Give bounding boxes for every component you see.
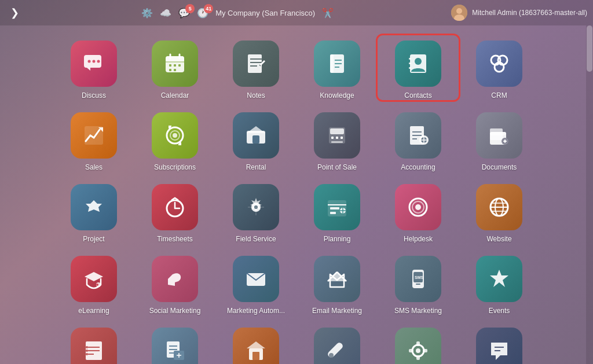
svg-text:SMS: SMS [415, 275, 424, 280]
svg-rect-60 [490, 128, 503, 140]
app-label-sales: Sales [85, 163, 103, 171]
app-item-livechat[interactable]: Live Chat [462, 324, 537, 364]
app-grid: DiscussCalendarNotesKnowledgeContactsCRM… [56, 37, 537, 364]
app-item-fieldservice[interactable]: Field Service [218, 181, 294, 247]
chat-badge: 5 [185, 4, 195, 13]
app-icon-marketingauto [233, 256, 279, 302]
app-icon-discuss [71, 41, 117, 87]
header-left: ❯ [6, 4, 24, 21]
app-icon-socialmarketing [152, 256, 198, 302]
app-item-rental[interactable]: Rental [218, 109, 294, 175]
app-icon-accounting [395, 112, 441, 159]
app-item-documents[interactable]: Documents [462, 109, 537, 175]
app-icon-maintenance [314, 328, 360, 364]
app-icon-website [476, 184, 522, 230]
app-item-subscriptions[interactable]: Subscriptions [137, 109, 213, 175]
app-icon-livechat [476, 328, 522, 364]
app-label-calendar: Calendar [161, 91, 189, 100]
app-icon-timesheets [152, 184, 198, 230]
app-item-notes[interactable]: Notes [218, 37, 294, 103]
chat-icon[interactable]: 💬 5 [178, 8, 190, 19]
app-icon-pos [314, 112, 360, 159]
app-item-timesheets[interactable]: Timesheets [137, 181, 213, 247]
app-item-emailmarketing[interactable]: Email Marketing [299, 252, 375, 318]
svg-point-40 [173, 133, 177, 138]
svg-rect-15 [174, 69, 176, 71]
app-item-sales[interactable]: Sales [56, 109, 131, 175]
svg-rect-32 [409, 67, 411, 69]
bug-icon[interactable]: ⚙️ [141, 8, 153, 19]
nav-toggle-button[interactable]: ❯ [6, 4, 24, 21]
svg-rect-31 [409, 62, 411, 64]
app-icon-events [476, 256, 522, 302]
app-item-project[interactable]: Project [56, 181, 131, 247]
app-item-maintenance[interactable]: Maintenance [299, 324, 375, 364]
svg-rect-45 [330, 128, 344, 134]
svg-rect-109 [252, 352, 259, 360]
app-icon-subscriptions [152, 112, 198, 159]
app-label-events: Events [489, 307, 510, 315]
user-name: Mitchell Admin (18637663-master-all) [472, 9, 587, 17]
svg-point-78 [415, 204, 421, 210]
app-item-calendar[interactable]: Calendar [137, 37, 213, 103]
app-label-emailmarketing: Email Marketing [312, 307, 362, 315]
app-icon-rental [233, 112, 279, 159]
header-center: ⚙️ ☁️ 💬 5 🕐 41 My Company (San Francisco… [141, 8, 334, 19]
activity-icon[interactable]: 🕐 41 [197, 8, 208, 19]
activity-badge: 41 [204, 4, 213, 13]
user-avatar[interactable] [451, 5, 467, 21]
svg-marker-4 [87, 68, 90, 71]
app-item-contacts[interactable]: Contacts [380, 37, 456, 103]
scrollbar-track[interactable] [586, 25, 593, 364]
svg-rect-71 [330, 207, 339, 209]
app-item-events[interactable]: Events [462, 252, 537, 318]
app-item-crm[interactable]: CRM [462, 37, 537, 103]
app-item-invoicing[interactable]: Invoicing [137, 324, 213, 364]
app-item-smsmarketing[interactable]: SMSSMS Marketing [380, 252, 456, 318]
app-icon-notes [233, 41, 279, 87]
app-icon-contacts [395, 41, 441, 87]
svg-rect-14 [169, 69, 171, 71]
scrollbar-thumb[interactable] [587, 25, 592, 72]
app-icon-sales [71, 112, 117, 159]
app-item-socialmarketing[interactable]: Social Marketing [137, 252, 213, 318]
app-label-socialmarketing: Social Marketing [149, 307, 201, 315]
app-item-pos[interactable]: Point of Sale [299, 109, 375, 175]
svg-rect-46 [331, 137, 334, 139]
app-icon-helpdesk [395, 184, 441, 230]
app-label-helpdesk: Helpdesk [404, 235, 433, 243]
app-label-accounting: Accounting [401, 163, 435, 171]
svg-point-7 [97, 60, 100, 63]
app-item-surveys[interactable]: Surveys [56, 324, 131, 364]
cloud-icon[interactable]: ☁️ [160, 8, 171, 19]
svg-point-110 [329, 353, 334, 358]
app-icon-manufacturing [395, 328, 441, 364]
app-icon-emailmarketing [314, 256, 360, 302]
app-item-manufacturing[interactable]: Manufacturing [380, 324, 456, 364]
settings-icon[interactable]: ✂️ [322, 8, 334, 19]
app-label-documents: Documents [482, 163, 517, 171]
app-icon-planning [314, 184, 360, 230]
app-item-accounting[interactable]: Accounting [380, 109, 456, 175]
svg-rect-116 [423, 349, 427, 352]
svg-rect-11 [169, 64, 171, 67]
app-item-marketingauto[interactable]: Marketing Autom... [218, 252, 294, 318]
app-icon-inventory [233, 328, 279, 364]
app-icon-calendar [152, 41, 198, 87]
app-item-discuss[interactable]: Discuss [56, 37, 131, 103]
app-label-notes: Notes [247, 91, 265, 100]
app-item-planning[interactable]: Planning [299, 181, 375, 247]
app-icon-elearning [71, 256, 117, 302]
app-item-website[interactable]: Website [462, 181, 537, 247]
app-item-elearning[interactable]: eLearning [56, 252, 131, 318]
app-item-knowledge[interactable]: Knowledge [299, 37, 375, 103]
svg-rect-72 [330, 212, 336, 214]
svg-rect-24 [330, 54, 334, 73]
svg-rect-43 [252, 135, 259, 144]
app-item-helpdesk[interactable]: Helpdesk [380, 181, 456, 247]
app-item-inventory[interactable]: Inventory [218, 324, 294, 364]
top-header: ❯ ⚙️ ☁️ 💬 5 🕐 41 My Company (San Francis… [0, 0, 593, 25]
svg-rect-30 [409, 58, 411, 60]
app-icon-invoicing [152, 328, 198, 364]
svg-rect-47 [336, 137, 338, 139]
